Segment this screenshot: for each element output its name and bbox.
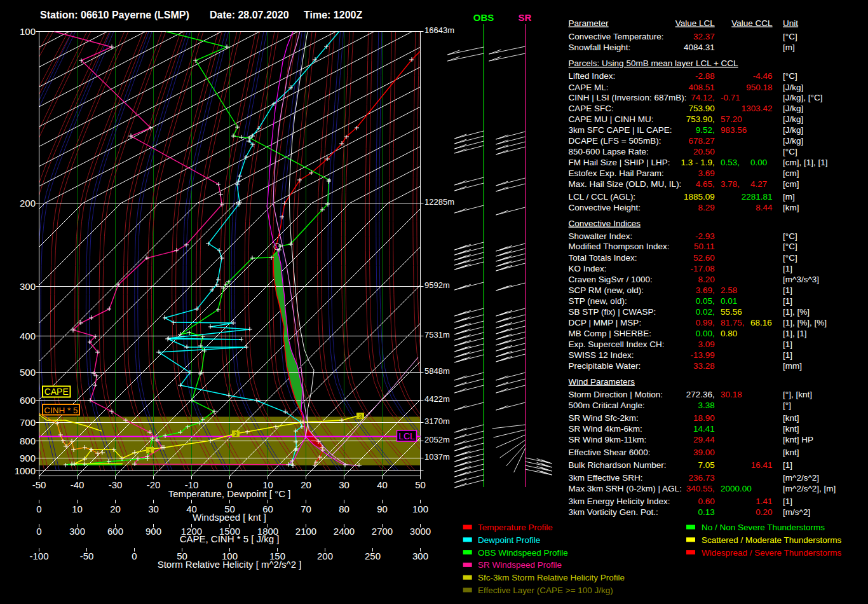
svg-text:300: 300	[20, 281, 36, 292]
svg-text:70: 70	[301, 504, 311, 514]
svg-text:80: 80	[339, 504, 349, 514]
svg-text:Convective Temperature:: Convective Temperature:	[569, 32, 664, 41]
svg-text:OBS Windspeed Profile: OBS Windspeed Profile	[478, 548, 568, 558]
svg-text:[°]: [°]	[783, 401, 791, 410]
svg-text:3: 3	[358, 413, 362, 420]
svg-text:2000.00: 2000.00	[721, 484, 752, 493]
svg-text:0.01: 0.01	[721, 296, 737, 306]
svg-text:LCL: LCL	[398, 431, 415, 441]
svg-text:1000: 1000	[15, 465, 36, 476]
svg-text:[°C]: [°C]	[783, 242, 797, 251]
svg-text:2052m: 2052m	[424, 435, 450, 444]
svg-text:Bulk Richardson Number:: Bulk Richardson Number:	[569, 460, 667, 470]
svg-text:CAPE SFC:: CAPE SFC:	[569, 104, 614, 113]
svg-text:[knt]: [knt]	[783, 413, 799, 423]
svg-text:40: 40	[377, 479, 388, 490]
svg-text:Precipitable Water:: Precipitable Water:	[569, 361, 641, 371]
svg-text:[1]: [1]	[783, 296, 792, 306]
svg-text:950.18: 950.18	[746, 83, 772, 92]
svg-text:1.41: 1.41	[756, 497, 772, 506]
svg-text:57.20: 57.20	[721, 114, 742, 124]
svg-text:2: 2	[234, 431, 237, 437]
svg-text:Effective Layer (CAPE >= 100 J: Effective Layer (CAPE >= 100 J/kg)	[478, 586, 613, 595]
svg-text:Craven SigSvr / 1000:: Craven SigSvr / 1000:	[569, 275, 653, 284]
svg-text:-50: -50	[32, 479, 46, 490]
svg-text:[m^3/s^3]: [m^3/s^3]	[783, 275, 819, 284]
svg-text:Wind Parameters: Wind Parameters	[569, 377, 635, 387]
svg-text:300: 300	[412, 551, 428, 561]
svg-text:900: 900	[146, 526, 161, 537]
svg-text:0: 0	[36, 526, 41, 537]
svg-text:3km Vorticity Gen. Pot.:: 3km Vorticity Gen. Pot.:	[569, 507, 658, 517]
svg-text:[1]: [1]	[783, 350, 792, 360]
svg-text:[1]: [1]	[783, 497, 792, 506]
svg-text:39.00: 39.00	[693, 448, 715, 457]
svg-text:Max. Hail Size (OLD, MU, IL):: Max. Hail Size (OLD, MU, IL):	[569, 179, 682, 189]
svg-text:2700: 2700	[372, 526, 393, 537]
svg-text:300: 300	[69, 526, 85, 537]
svg-text:1885.09: 1885.09	[684, 192, 715, 202]
svg-text:[1]: [1]	[783, 264, 792, 273]
svg-text:272.36,: 272.36,	[686, 390, 715, 399]
svg-text:0: 0	[36, 504, 41, 514]
svg-text:[km]: [km]	[783, 203, 799, 212]
svg-text:[mm]: [mm]	[783, 361, 802, 371]
svg-text:2281.81: 2281.81	[742, 192, 773, 202]
svg-text:Lifted Index:: Lifted Index:	[569, 71, 616, 81]
svg-text:Storm Direction | Motion:: Storm Direction | Motion:	[569, 390, 663, 399]
svg-text:CINH * 5: CINH * 5	[44, 406, 78, 415]
svg-text:[°], [knt]: [°], [knt]	[783, 390, 812, 399]
svg-text:CAPE, CINH * 5 [ J/kg ]: CAPE, CINH * 5 [ J/kg ]	[180, 533, 280, 544]
svg-text:7.05: 7.05	[698, 460, 714, 470]
svg-text:3170m: 3170m	[424, 416, 450, 426]
svg-text:0.00: 0.00	[750, 158, 767, 167]
svg-text:[J/kg]: [J/kg]	[783, 136, 803, 146]
svg-text:STP (new, old):: STP (new, old):	[569, 296, 627, 306]
svg-text:[J/kg], [°C]: [J/kg], [°C]	[783, 93, 822, 102]
svg-text:0.00,: 0.00,	[696, 329, 715, 338]
svg-text:[1], [%], [%]: [1], [%], [%]	[783, 318, 827, 327]
svg-text:[knt]: [knt]	[783, 448, 799, 457]
svg-text:2.58: 2.58	[721, 285, 737, 295]
svg-text:Max 3km SRH (0-2km) | AGL:: Max 3km SRH (0-2km) | AGL:	[569, 484, 682, 493]
svg-text:29.44: 29.44	[693, 435, 715, 444]
svg-text:Unit: Unit	[783, 18, 798, 28]
svg-text:0.99,: 0.99,	[696, 318, 715, 327]
svg-text:MB Comp | SHERBE:: MB Comp | SHERBE:	[569, 329, 651, 338]
svg-text:Snowfall Height:: Snowfall Height:	[569, 43, 631, 52]
svg-text:Convective Indices: Convective Indices	[569, 219, 641, 228]
svg-text:CAPE: CAPE	[44, 387, 69, 397]
svg-text:14.41: 14.41	[693, 424, 715, 434]
svg-text:Scattered / Moderate Thunderst: Scattered / Moderate Thunderstorms	[702, 535, 842, 545]
svg-text:100: 100	[20, 26, 36, 37]
svg-text:3.38: 3.38	[698, 401, 714, 410]
svg-text:900: 900	[20, 453, 36, 463]
svg-text:Temperature Profile: Temperature Profile	[478, 523, 553, 532]
svg-text:CAPE MU | CINH MU:: CAPE MU | CINH MU:	[569, 114, 654, 124]
svg-text:3.78,: 3.78,	[721, 179, 740, 189]
svg-text:-2.93: -2.93	[695, 231, 715, 241]
svg-text:753.90,: 753.90,	[686, 114, 715, 124]
svg-text:81.75,: 81.75,	[721, 318, 745, 327]
svg-text:500m Critical Angle:: 500m Critical Angle:	[569, 401, 645, 410]
svg-text:SCP RM (new, old):: SCP RM (new, old):	[569, 285, 644, 295]
svg-text:Exp. Supercell Index CH:: Exp. Supercell Index CH:	[569, 340, 665, 349]
svg-text:3.69,: 3.69,	[696, 285, 715, 295]
svg-text:8.44: 8.44	[756, 203, 773, 212]
svg-text:Parcels: Using 50mB mean layer: Parcels: Using 50mB mean layer LCL + CCL	[569, 58, 738, 68]
svg-text:Estofex Exp. Hail Param:: Estofex Exp. Hail Param:	[569, 168, 664, 178]
svg-text:SB STP (fix) | CWASP:: SB STP (fix) | CWASP:	[569, 307, 656, 317]
svg-text:700: 700	[20, 417, 36, 428]
svg-text:7531m: 7531m	[424, 330, 450, 340]
svg-text:0.20: 0.20	[756, 507, 772, 517]
svg-text:5848m: 5848m	[424, 366, 450, 376]
svg-text:0: 0	[132, 551, 137, 561]
svg-text:20.50: 20.50	[693, 147, 715, 156]
svg-text:9.52,: 9.52,	[696, 125, 715, 135]
svg-text:[1]: [1]	[783, 285, 792, 295]
svg-text:3.69: 3.69	[698, 168, 714, 178]
svg-text:-2.88: -2.88	[695, 71, 715, 81]
svg-text:[cm]: [cm]	[783, 168, 799, 178]
svg-text:50: 50	[415, 479, 426, 490]
svg-text:[m^2/s^2]: [m^2/s^2]	[783, 473, 819, 483]
